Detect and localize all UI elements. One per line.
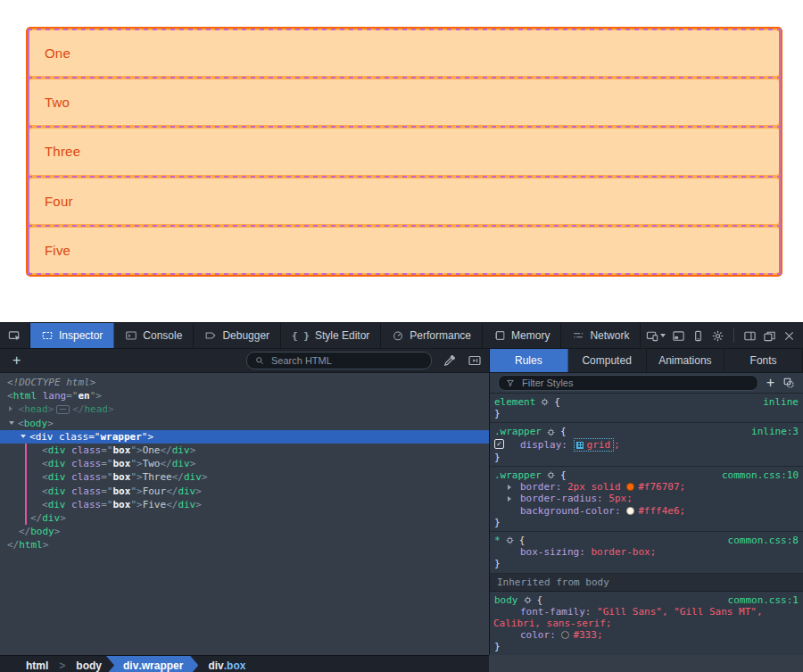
eyedropper-icon[interactable] [443,353,457,368]
tab-inspector[interactable]: Inspector [30,323,114,348]
property-value[interactable]: border-box [591,546,650,558]
markup-row[interactable]: </html> [0,538,489,552]
declaration-checkbox[interactable]: ✓ [494,439,504,449]
property-value[interactable]: #f76707 [638,481,679,493]
filter-styles-input[interactable] [520,377,751,389]
markup-row[interactable]: </body> [0,525,489,538]
property-name[interactable]: background-color [520,505,615,517]
grid-icon [576,442,584,449]
add-rule-button[interactable]: + [766,377,774,390]
property-value[interactable]: 2px solid [567,481,626,493]
rule-selector[interactable]: body [494,594,518,606]
search-html-input[interactable] [269,354,424,367]
css-declaration[interactable]: background-color: #fff4e6; [490,505,803,517]
pseudo-class-panel-icon[interactable] [782,377,795,389]
tab-console[interactable]: Console [114,323,194,348]
twisty-open-icon[interactable] [9,421,14,425]
sidebar-tab-fonts[interactable]: Fonts [724,349,803,372]
tab-style-editor[interactable]: { }Style Editor [281,323,381,348]
css-declaration[interactable]: color: #333; [490,629,803,641]
dock-to-side-icon[interactable] [743,329,757,343]
property-name[interactable]: border [520,481,556,493]
css-declaration[interactable]: ✓display: grid; [490,438,803,452]
rule-source-link[interactable]: inline:3 [751,426,799,437]
device-icon[interactable] [691,329,705,343]
inspector-icon [41,329,54,342]
grid-box-label: Two [45,95,70,110]
close-icon[interactable] [782,329,796,343]
style-editor-icon: { } [292,330,310,342]
media-rules-icon[interactable] [468,353,482,368]
markup-segment: box [113,444,131,456]
tab-memory[interactable]: Memory [483,323,561,348]
rule-source-link[interactable]: inline [763,396,799,408]
property-name[interactable]: box-sizing [520,546,579,558]
markup-row[interactable]: <div class="box">One</div> [0,444,489,457]
markup-row[interactable]: <body> [0,417,489,430]
rule-selector[interactable]: * [494,535,501,546]
sidebar-tab-rules[interactable]: Rules [490,349,568,372]
separate-window-icon[interactable] [763,329,776,343]
rule-selector[interactable]: .wrapper [494,469,542,481]
property-name[interactable]: font-family [520,606,585,618]
css-declaration[interactable]: border-radius: 5px; [490,493,803,504]
add-node-button[interactable]: + [7,353,26,368]
tab-performance[interactable]: Performance [381,323,483,348]
markup-row[interactable]: <!DOCTYPE html> [0,376,489,389]
css-declaration[interactable]: box-sizing: border-box; [490,546,803,558]
css-declaration[interactable]: font-family: "Gill Sans", "Gill Sans MT"… [490,606,803,629]
rule-source-link[interactable]: common.css:8 [728,535,799,546]
settings-gear-icon[interactable] [711,329,724,343]
collapsed-content-icon[interactable] [56,405,70,414]
twisty-open-icon[interactable] [21,435,26,438]
colon: : [585,606,597,618]
markup-row[interactable]: <div class="box">Four</div> [0,485,489,498]
tab-debugger[interactable]: Debugger [194,323,281,348]
breadcrumb-item-html[interactable]: html [16,656,58,672]
property-name[interactable]: display [520,439,561,451]
split-console-icon[interactable] [672,329,685,343]
property-value[interactable]: 5px [608,493,626,504]
sidebar-tab-animations[interactable]: Animations [647,349,725,372]
color-swatch[interactable] [626,483,634,491]
responsive-design-icon[interactable] [646,329,666,343]
property-value[interactable]: #333 [573,629,597,641]
markup-row[interactable]: <div class="box">Five</div> [0,498,489,511]
rule-selector[interactable]: element [494,396,535,408]
property-name[interactable]: color [520,629,550,641]
twisty-closed-icon[interactable] [9,406,12,411]
search-html-box[interactable] [246,352,432,369]
markup-row[interactable]: <head></head> [0,402,489,416]
rule-selector[interactable]: .wrapper [494,426,542,437]
color-swatch[interactable] [626,507,634,515]
filter-styles-box[interactable] [498,375,758,391]
expand-declaration-icon[interactable] [508,485,511,490]
markup-row[interactable]: <html lang="en"> [0,389,489,402]
markup-segment: > [60,512,66,524]
markup-segment: =" [88,431,100,443]
markup-row[interactable]: <div class="box">Three</div> [0,470,489,484]
rule-source-link[interactable]: common.css:10 [722,469,799,481]
property-name[interactable]: border-radius [520,493,597,504]
pick-element-button[interactable] [0,323,30,348]
selector-highlighter-icon[interactable] [523,595,533,605]
selector-highlighter-icon[interactable] [540,397,550,407]
grid-highlighter-badge[interactable]: grid [574,438,615,452]
markup-row-selected[interactable]: <div class="wrapper"> [0,430,489,444]
expand-declaration-icon[interactable] [508,496,511,502]
breadcrumb-item-div.wrapper[interactable]: div.wrapper [106,656,198,672]
selector-highlighter-icon[interactable] [546,427,556,437]
markup-row[interactable]: </div> [0,511,489,525]
color-swatch[interactable] [561,631,569,639]
markup-row[interactable]: <div class="box">Two</div> [0,457,489,470]
selector-highlighter-icon[interactable] [546,470,556,480]
breadcrumb-item-body[interactable]: body [66,656,112,672]
css-declaration[interactable]: border: 2px solid #f76707; [490,481,803,493]
selector-highlighter-icon[interactable] [505,535,515,545]
rule-source-link[interactable]: common.css:1 [728,594,799,606]
breadcrumb-item-div.box[interactable]: div.box [198,656,255,672]
sidebar-tab-computed[interactable]: Computed [568,349,647,372]
markup-segment: > [108,403,114,415]
tab-network[interactable]: Network [561,323,641,348]
property-value[interactable]: #fff4e6 [638,505,679,517]
